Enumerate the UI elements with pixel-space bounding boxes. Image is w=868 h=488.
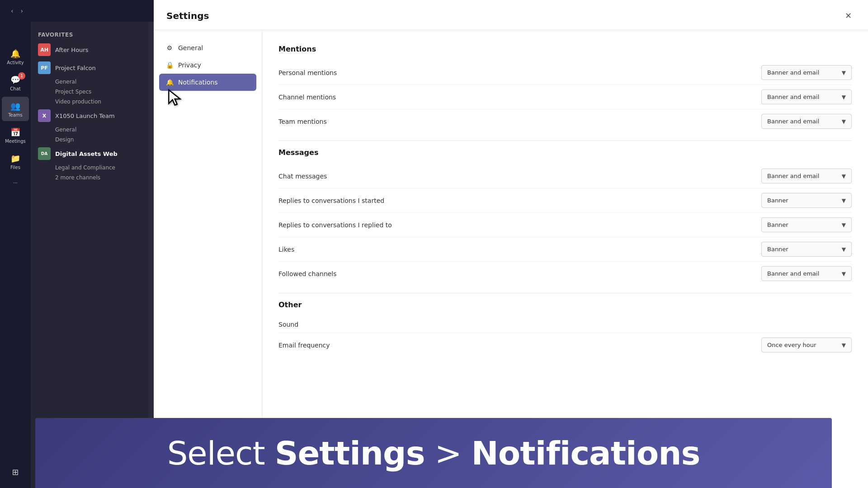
dropdown-value: Banner: [767, 221, 788, 228]
settings-nav-notifications[interactable]: 🔔 Notifications: [159, 74, 256, 91]
channel-item[interactable]: General: [31, 77, 148, 87]
channel-item[interactable]: General: [31, 125, 148, 135]
banner-text-bold2: Notifications: [472, 434, 700, 472]
team-name: X1050 Launch Team: [55, 113, 115, 119]
dropdown-value: Banner: [767, 197, 788, 204]
banner-text-bold1: Settings: [275, 434, 425, 472]
sidebar-item-more[interactable]: ···: [2, 175, 29, 189]
mentions-section: Mentions Personal mentions Banner and em…: [278, 45, 852, 133]
row-label: Sound: [278, 321, 298, 328]
chevron-down-icon: ▼: [842, 94, 846, 100]
team-mentions-dropdown[interactable]: Banner and email ▼: [761, 114, 852, 129]
settings-nav-privacy[interactable]: 🔒 Privacy: [159, 56, 256, 74]
row-label: Personal mentions: [278, 69, 337, 76]
settings-nav-label: Notifications: [178, 79, 218, 86]
row-label: Channel mentions: [278, 94, 336, 101]
row-label: Followed channels: [278, 270, 337, 277]
bell-icon: 🔔: [165, 78, 174, 86]
settings-row-replies-replied: Replies to conversations I replied to Ba…: [278, 213, 852, 237]
chevron-down-icon: ▼: [842, 271, 846, 277]
channel-more-link[interactable]: 2 more channels: [31, 173, 148, 183]
settings-nav-general[interactable]: ⚙ General: [159, 39, 256, 56]
team-item-after-hours[interactable]: AH After Hours: [31, 41, 148, 59]
section-divider: [278, 293, 852, 293]
sidebar-item-label: Files: [10, 165, 20, 170]
chevron-down-icon: ▼: [842, 70, 846, 76]
team-name: Project Falcon: [55, 65, 96, 71]
chat-messages-dropdown[interactable]: Banner and email ▼: [761, 169, 852, 183]
channel-item[interactable]: Video production: [31, 97, 148, 107]
channel-item[interactable]: Project Specs: [31, 87, 148, 97]
messages-section: Messages Chat messages Banner and email …: [278, 148, 852, 286]
replies-replied-dropdown[interactable]: Banner ▼: [761, 217, 852, 232]
dropdown-value: Once every hour: [767, 342, 816, 348]
dropdown-value: Banner and email: [767, 69, 819, 76]
channel-item[interactable]: Legal and Compliance: [31, 163, 148, 173]
row-label: Team mentions: [278, 118, 327, 125]
sidebar-item-label: Meetings: [5, 139, 26, 144]
likes-dropdown[interactable]: Banner ▼: [761, 242, 852, 257]
meetings-icon: 📅: [10, 127, 21, 137]
chevron-down-icon: ▼: [842, 118, 846, 125]
channel-mentions-dropdown[interactable]: Banner and email ▼: [761, 89, 852, 104]
team-icon: DA: [38, 147, 51, 160]
sidebar-item-files[interactable]: 📁 Files: [2, 149, 29, 174]
email-frequency-dropdown[interactable]: Once every hour ▼: [761, 338, 852, 352]
chevron-down-icon: ▼: [842, 246, 846, 253]
settings-nav-label: Privacy: [178, 61, 201, 69]
row-label: Email frequency: [278, 342, 330, 349]
banner-text-plain: Select: [167, 434, 275, 472]
banner-text: Select Settings > Notifications: [167, 434, 700, 472]
personal-mentions-dropdown[interactable]: Banner and email ▼: [761, 65, 852, 80]
mentions-section-title: Mentions: [278, 45, 852, 53]
sidebar-item-label: Activity: [7, 60, 24, 65]
sidebar-item-teams[interactable]: 👥 Teams: [2, 97, 29, 121]
settings-modal: Settings ✕ ⚙ General 🔒 Privacy 🔔 Notific…: [154, 0, 868, 488]
chevron-down-icon: ▼: [842, 342, 846, 348]
modal-header: Settings ✕: [154, 0, 868, 30]
team-name: Digital Assets Web: [55, 150, 118, 157]
dropdown-value: Banner and email: [767, 118, 819, 125]
replies-started-dropdown[interactable]: Banner ▼: [761, 193, 852, 208]
modal-close-button[interactable]: ✕: [841, 9, 855, 23]
row-label: Replies to conversations I replied to: [278, 221, 392, 229]
settings-row-channel-mentions: Channel mentions Banner and email ▼: [278, 85, 852, 109]
nav-back-button[interactable]: ‹: [7, 5, 17, 16]
settings-row-followed-channels: Followed channels Banner and email ▼: [278, 262, 852, 286]
apps-icon: ⊞: [10, 466, 21, 477]
team-icon: PF: [38, 61, 51, 74]
sidebar-item-label: Teams: [8, 113, 23, 117]
channel-section-title: Favorites: [31, 29, 148, 41]
sidebar-item-activity[interactable]: 🔔 Activity: [2, 44, 29, 69]
settings-row-team-mentions: Team mentions Banner and email ▼: [278, 109, 852, 133]
team-item-x1050[interactable]: X X1050 Launch Team: [31, 107, 148, 125]
sidebar-item-apps[interactable]: ⊞: [2, 463, 29, 481]
sidebar-item-meetings[interactable]: 📅 Meetings: [2, 123, 29, 147]
chevron-down-icon: ▼: [842, 197, 846, 204]
sidebar-item-chat[interactable]: 💬 1 Chat: [2, 70, 29, 95]
channel-item[interactable]: Design: [31, 135, 148, 145]
settings-nav-label: General: [178, 44, 203, 52]
banner-text-sep: >: [425, 434, 472, 472]
other-section: Other Sound Email frequency Once every h…: [278, 300, 852, 357]
sidebar: 🔔 Activity 💬 1 Chat 👥 Teams 📅 Meetings 📁…: [0, 22, 31, 488]
other-section-title: Other: [278, 300, 852, 309]
team-icon: X: [38, 109, 51, 122]
settings-row-sound: Sound: [278, 316, 852, 333]
dropdown-value: Banner and email: [767, 270, 819, 277]
lock-icon: 🔒: [165, 61, 174, 69]
chevron-down-icon: ▼: [842, 222, 846, 228]
nav-forward-button[interactable]: ›: [17, 5, 27, 16]
team-item-digital-assets[interactable]: DA Digital Assets Web: [31, 145, 148, 163]
bottom-banner: Select Settings > Notifications: [35, 418, 832, 488]
activity-icon: 🔔: [10, 48, 21, 59]
row-label: Likes: [278, 246, 294, 253]
sidebar-item-label: ···: [13, 180, 18, 185]
section-divider: [278, 141, 852, 141]
followed-channels-dropdown[interactable]: Banner and email ▼: [761, 266, 852, 281]
dropdown-value: Banner and email: [767, 173, 819, 179]
team-item-project-falcon[interactable]: PF Project Falcon: [31, 59, 148, 77]
settings-row-likes: Likes Banner ▼: [278, 237, 852, 262]
settings-row-chat-messages: Chat messages Banner and email ▼: [278, 164, 852, 188]
settings-row-personal-mentions: Personal mentions Banner and email ▼: [278, 61, 852, 85]
